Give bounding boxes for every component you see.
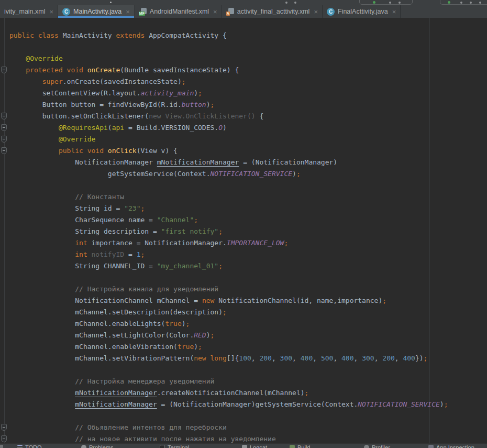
run-icon[interactable] [373,1,375,4]
toolwindow-button-label: Problems [89,444,113,448]
code-line [0,180,487,191]
toolbar-dot-icon [285,2,287,4]
code-line: mChannel.setVibrationPattern(new long[]{… [0,353,487,364]
code-line: String CHANNEL_ID = "my_channel_01"; [0,260,487,272]
code-line: protected void onCreate(Bundle savedInst… [0,64,487,76]
fold-collapse-icon[interactable] [1,136,7,143]
toolbar-action-icon[interactable] [470,2,472,4]
code-line: mNotificationManager = (NotificationMana… [0,399,487,410]
code-line: setContentView(R.layout.activity_main); [0,88,487,99]
toolwindow-button-label: TODO [25,444,42,448]
code-area[interactable]: public class MainActivity extends AppCom… [0,30,487,443]
code-line: // Настройка канала для уведомлений [0,283,487,295]
tab-androidmanifest-xml[interactable]: MFAndroidManifest.xml× [135,5,222,18]
editor-tab-bar: ivity_main.xml×CMainActivity.java×MFAndr… [0,5,487,18]
fold-collapse-icon[interactable] [1,124,7,131]
toolwindow-button-terminal[interactable]: Terminal [160,444,190,448]
tab-label: ivity_main.xml [4,8,46,15]
tab-label: MainActivity.java [73,8,121,15]
code-line: Button button = findViewById(R.id.button… [0,99,487,111]
code-line [0,41,487,53]
manifest-file-icon: MF [139,8,147,16]
profiler-icon [364,445,369,448]
code-line [0,410,487,422]
code-line: String id = "23"; [0,203,487,214]
toolwindow-button-label: Terminal [168,444,190,448]
code-line: mChannel.setLightColor(Color.RED); [0,330,487,341]
code-line: mChannel.enableLights(true); [0,318,487,330]
toolbar-device-group[interactable] [440,0,487,5]
code-line [0,364,487,376]
fold-collapse-icon[interactable] [1,67,7,73]
code-editor[interactable]: public class MainActivity extends AppCom… [0,18,487,443]
tab-activity-final-acttivity-xml[interactable]: Aactivity_final_acttivity.xml× [222,5,323,18]
toolbar-action-icon[interactable] [389,2,391,4]
toolwindow-button-logcat[interactable]: Logcat [242,444,267,448]
code-line: public class MainActivity extends AppCom… [0,30,487,41]
code-line: getSystemService(Context.NOTIFICATION_SE… [0,168,487,180]
code-line: NotificationManager mNotificationManager… [0,157,487,168]
class-file-icon: C [327,8,335,16]
toolbar-action-icon[interactable] [460,2,462,4]
toolwindow-button-profiler[interactable]: Profiler [364,444,390,448]
toolbar-action-icon[interactable] [399,2,401,4]
tab-finalacttivity-java[interactable]: CFinalActtivity.java× [323,5,401,18]
code-line: NotificationChannel mChannel = new Notif… [0,295,487,307]
code-line: // Настройка менеджера уведомлений [0,376,487,387]
tab-label: FinalActtivity.java [338,8,388,15]
code-line: // Обьявление интентов для переброски [0,422,487,433]
layout-file-icon: A [226,8,234,16]
toolbar-dot-icon [294,2,296,4]
run-icon[interactable] [448,1,450,4]
code-line: @Override [0,134,487,145]
class-file-icon: C [62,8,70,16]
code-line: @Override [0,53,487,64]
code-line: int importance = NotificationManager.IMP… [0,237,487,249]
code-line: // Константы [0,191,487,203]
tab-mainactivity-java[interactable]: CMainActivity.java× [58,5,135,18]
fold-collapse-icon[interactable] [1,113,7,119]
toolwindow-button-label: Logcat [250,444,267,448]
tool-window-bar: TODOProblemsTerminalLogcatBuildProfilerA… [0,443,487,448]
code-line: mChannel.setDescription(description); [0,307,487,318]
tool-window-corner-icon[interactable] [0,445,3,448]
toolwindow-button-build[interactable]: Build [290,444,310,448]
close-icon[interactable]: × [50,8,54,15]
tab-label: AndroidManifest.xml [150,8,209,15]
code-line: mChannel.enableVibration(true); [0,341,487,353]
close-icon[interactable]: × [126,8,130,15]
toolbar-dot-icon [110,2,112,3]
toolwindow-button-label: Profiler [372,444,390,448]
fold-collapse-icon[interactable] [1,147,7,154]
code-line: // на новое активити после нажатия на ув… [0,433,487,443]
todo-icon [17,445,23,448]
code-line: mNotificationManager.createNotificationC… [0,387,487,399]
code-line: String description = "first notify"; [0,226,487,237]
toolwindow-button-label: App Inspection [436,444,474,448]
close-icon[interactable]: × [392,8,396,15]
toolbar-action-icon[interactable] [479,2,481,4]
terminal-icon [160,445,165,448]
logcat-icon [242,445,247,448]
code-line: public void onClick(View v) { [0,145,487,157]
code-line: CharSequence name = "Channel"; [0,214,487,226]
code-line: @RequiresApi(api = Build.VERSION_CODES.O… [0,122,487,134]
tab-ivity-main-xml[interactable]: ivity_main.xml× [0,5,58,18]
toolbar-run-group[interactable] [359,0,413,5]
toolwindow-button-app-inspection[interactable]: App Inspection [428,444,474,448]
tab-label: activity_final_acttivity.xml [237,8,310,15]
code-line: super.onCreate(savedInstanceState); [0,76,487,88]
problems-icon [81,445,86,448]
toolwindow-button-label: Build [297,444,310,448]
close-icon[interactable]: × [213,8,217,15]
fold-collapse-icon[interactable] [1,435,7,442]
code-line [0,272,487,283]
fold-collapse-icon[interactable] [1,424,7,431]
code-line: button.setOnClickListener(new View.OnCli… [0,111,487,122]
code-line: int notifyID = 1; [0,249,487,260]
toolwindow-button-todo[interactable]: TODO [17,444,42,448]
close-icon[interactable]: × [314,8,318,15]
appinspect-icon [428,445,434,448]
main-toolbar [0,0,487,5]
toolwindow-button-problems[interactable]: Problems [81,444,113,448]
